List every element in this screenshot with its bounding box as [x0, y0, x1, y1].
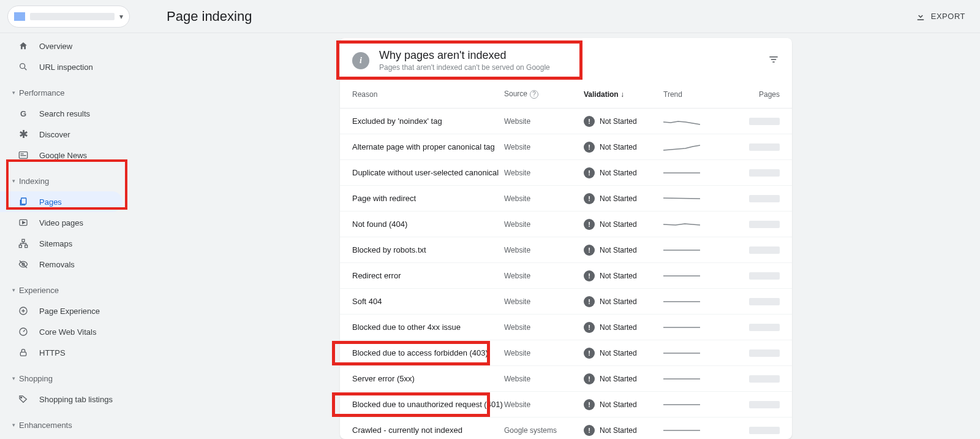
chevron-down-icon: ▾: [119, 12, 123, 21]
svg-rect-8: [22, 239, 24, 242]
cell-pages-redacted: [749, 401, 780, 408]
sidebar-group-performance[interactable]: ▾ Performance: [0, 82, 152, 103]
property-label-placeholder: [30, 13, 115, 20]
why-not-indexed-card: i Why pages aren't indexed Pages that ar…: [340, 38, 792, 439]
filter-button[interactable]: [767, 53, 780, 67]
exclamation-icon: !: [584, 399, 595, 410]
cell-source: Website: [504, 246, 584, 254]
cell-source: Website: [504, 272, 584, 280]
cell-reason: Duplicate without user-selected canonica…: [352, 168, 504, 177]
sidebar-item-https[interactable]: HTTPS: [0, 342, 152, 363]
table-row[interactable]: Not found (404)Website!Not Started: [340, 212, 792, 237]
sidebar-item-url-inspection[interactable]: URL inspection: [0, 56, 152, 77]
col-pages[interactable]: Pages: [731, 90, 780, 99]
cell-source: Website: [504, 169, 584, 177]
table-row[interactable]: Crawled - currently not indexedGoogle sy…: [340, 418, 792, 439]
col-validation[interactable]: Validation ↓: [584, 90, 663, 99]
cell-validation: !Not Started: [584, 348, 663, 359]
sidebar-item-core-web-vitals[interactable]: Core Web Vitals: [0, 321, 152, 342]
topbar: ▾ Page indexing EXPORT: [0, 0, 980, 33]
cell-trend: [663, 400, 700, 409]
sidebar-group-experience[interactable]: ▾ Experience: [0, 280, 152, 300]
cell-reason: Blocked due to unauthorized request (401…: [352, 400, 504, 409]
table-row[interactable]: Excluded by 'noindex' tagWebsite!Not Sta…: [340, 109, 792, 134]
col-source[interactable]: Source?: [504, 90, 584, 99]
help-icon[interactable]: ?: [530, 90, 538, 99]
home-icon: [17, 41, 29, 51]
sidebar-group-indexing[interactable]: ▾ Indexing: [0, 170, 152, 191]
cell-trend: [663, 272, 700, 280]
cell-validation: !Not Started: [584, 322, 663, 333]
sidebar-item-search-results[interactable]: G Search results: [0, 103, 152, 124]
cell-source: Website: [504, 194, 584, 203]
sidebar-item-label: Pages: [39, 197, 62, 207]
table-row[interactable]: Blocked by robots.txtWebsite!Not Started: [340, 237, 792, 263]
cell-reason: Excluded by 'noindex' tag: [352, 116, 504, 126]
cell-pages-redacted: [749, 169, 780, 177]
cell-pages-redacted: [749, 246, 780, 254]
exclamation-icon: !: [584, 116, 595, 127]
exclamation-icon: !: [584, 296, 595, 307]
table-row[interactable]: Blocked due to access forbidden (403)Web…: [340, 340, 792, 366]
table-row[interactable]: Redirect errorWebsite!Not Started: [340, 263, 792, 289]
property-selector[interactable]: ▾: [7, 6, 130, 28]
sidebar-item-google-news[interactable]: Google News: [0, 145, 152, 166]
page-title: Page indexing: [167, 9, 252, 25]
col-trend[interactable]: Trend: [663, 90, 731, 99]
sidebar-item-sitemaps[interactable]: Sitemaps: [0, 233, 152, 254]
sidebar-item-removals[interactable]: Removals: [0, 254, 152, 275]
sidebar-item-discover[interactable]: ✱ Discover: [0, 124, 152, 145]
cell-trend: [663, 297, 700, 306]
exclamation-icon: !: [584, 193, 595, 204]
cell-source: Website: [504, 220, 584, 229]
sidebar-group-shopping[interactable]: ▾ Shopping: [0, 368, 152, 389]
download-icon: [915, 11, 926, 22]
sidebar-item-pages[interactable]: Pages: [0, 191, 123, 212]
cell-reason: Blocked due to access forbidden (403): [352, 348, 504, 357]
cell-validation: !Not Started: [584, 296, 663, 307]
sidebar-item-overview[interactable]: Overview: [0, 36, 152, 56]
cell-trend: [663, 323, 700, 332]
exclamation-icon: !: [584, 270, 595, 281]
cell-source: Website: [504, 349, 584, 357]
table-row[interactable]: Soft 404Website!Not Started: [340, 289, 792, 315]
cell-trend: [663, 194, 700, 203]
svg-rect-4: [20, 155, 26, 156]
info-icon: i: [352, 52, 369, 69]
cell-source: Website: [504, 143, 584, 151]
chevron-down-icon: ▾: [12, 178, 15, 184]
sidebar-item-label: Core Web Vitals: [39, 327, 96, 337]
filter-icon: [767, 53, 780, 66]
g-logo-icon: G: [17, 109, 29, 118]
cell-source: Website: [504, 400, 584, 409]
export-button[interactable]: EXPORT: [915, 11, 965, 22]
col-reason[interactable]: Reason: [352, 90, 504, 99]
sidebar-item-page-experience[interactable]: Page Experience: [0, 300, 152, 321]
cell-pages-redacted: [749, 324, 780, 331]
tag-icon: [17, 394, 29, 404]
sidebar-item-label: URL inspection: [39, 63, 93, 72]
sidebar-item-label: Search results: [39, 109, 90, 118]
svg-marker-7: [23, 221, 25, 224]
cell-reason: Page with redirect: [352, 194, 504, 203]
sidebar-item-shopping-listings[interactable]: Shopping tab listings: [0, 389, 152, 410]
table-row[interactable]: Duplicate without user-selected canonica…: [340, 160, 792, 186]
table-row[interactable]: Blocked due to unauthorized request (401…: [340, 392, 792, 418]
sidebar-item-video-pages[interactable]: Video pages: [0, 212, 152, 233]
table-row[interactable]: Page with redirectWebsite!Not Started: [340, 186, 792, 212]
table-row[interactable]: Server error (5xx)Website!Not Started: [340, 366, 792, 392]
cell-pages-redacted: [749, 427, 780, 434]
table-row[interactable]: Alternate page with proper canonical tag…: [340, 134, 792, 160]
sidebar-item-label: Sitemaps: [39, 239, 72, 248]
cell-pages-redacted: [749, 298, 780, 305]
cell-validation: !Not Started: [584, 116, 663, 127]
cell-source: Website: [504, 323, 584, 332]
svg-rect-15: [20, 352, 26, 356]
table-row[interactable]: Blocked due to other 4xx issueWebsite!No…: [340, 315, 792, 340]
sidebar-item-label: Removals: [39, 260, 75, 269]
exclamation-icon: !: [584, 245, 595, 256]
table-headers: Reason Source? Validation ↓ Trend Pages: [340, 80, 792, 109]
exclamation-icon: !: [584, 322, 595, 333]
asterisk-icon: ✱: [17, 128, 29, 141]
sidebar-group-enhancements[interactable]: ▾ Enhancements: [0, 414, 152, 435]
